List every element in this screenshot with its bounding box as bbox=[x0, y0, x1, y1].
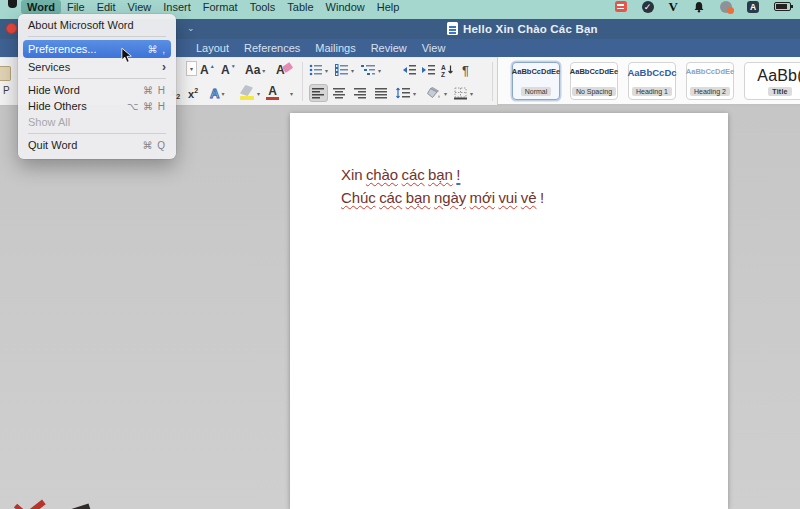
window-title: Hello Xin Chào Các Bạn bbox=[463, 23, 598, 35]
font-color-caret[interactable]: ▾ bbox=[290, 84, 293, 102]
font-size-dropdown[interactable]: ▾ bbox=[186, 61, 197, 76]
input-source-a-icon[interactable]: A bbox=[747, 1, 759, 13]
word-document-icon bbox=[447, 22, 458, 35]
clear-formatting-button[interactable]: A bbox=[276, 61, 292, 79]
ribbon-tab[interactable]: Mailings bbox=[315, 42, 355, 54]
shrink-font-button[interactable]: A▼ bbox=[221, 61, 236, 79]
ribbon-tab[interactable]: References bbox=[244, 42, 300, 54]
font-color-button[interactable]: A bbox=[266, 84, 279, 102]
app-menu-item[interactable]: Hide Word ⌘ H bbox=[18, 82, 176, 98]
word: ngày bbox=[434, 189, 466, 206]
menu-item[interactable]: Format bbox=[197, 0, 244, 14]
menu-item[interactable]: View bbox=[122, 0, 158, 14]
styles-gallery: AaBbCcDdEe Normal AaBbCcDdEe No Spacing … bbox=[497, 57, 800, 105]
ribbon-tab[interactable]: Review bbox=[371, 42, 407, 54]
watermark-shape bbox=[26, 499, 45, 509]
style-card[interactable]: AaBbCcDc Heading 1 bbox=[628, 62, 676, 100]
app-menu-item[interactable]: Quit Word ⌘ Q bbox=[18, 137, 176, 153]
word: vui bbox=[498, 189, 517, 206]
change-case-button[interactable]: Aa▾ bbox=[245, 61, 265, 79]
word: chào bbox=[366, 166, 398, 183]
menu-item[interactable]: Edit bbox=[91, 0, 122, 14]
app-menu-item[interactable] bbox=[28, 78, 166, 79]
word: các bbox=[379, 189, 402, 206]
highlight-color-button[interactable]: ▾ bbox=[240, 84, 260, 102]
ribbon-tab[interactable]: View bbox=[422, 42, 446, 54]
ribbon-tabs: LayoutReferencesMailingsReviewView bbox=[196, 39, 445, 57]
style-sample: AaBbCcDdEe bbox=[570, 67, 618, 76]
sort-button[interactable]: AZ bbox=[441, 61, 455, 79]
menu-item[interactable]: Help bbox=[371, 0, 406, 14]
watermark-shape bbox=[71, 503, 90, 509]
app-menu-item[interactable] bbox=[28, 36, 166, 37]
multilevel-list-button[interactable]: ▾ bbox=[361, 61, 381, 79]
pilcrow-button[interactable]: ¶ bbox=[462, 61, 469, 79]
word: mới bbox=[470, 189, 495, 206]
justify-button[interactable] bbox=[372, 84, 391, 102]
style-card[interactable]: AaBbCcDdEe Normal bbox=[512, 62, 560, 100]
apple-logo-icon[interactable] bbox=[8, 0, 17, 8]
menu-item[interactable]: Word bbox=[21, 0, 61, 14]
bullet-list-button[interactable]: ▾ bbox=[309, 61, 328, 79]
word: bạn bbox=[406, 189, 431, 206]
style-label: Heading 2 bbox=[690, 87, 730, 96]
align-center-button[interactable] bbox=[330, 84, 349, 102]
svg-text:Z: Z bbox=[441, 71, 445, 78]
toolbar-divider bbox=[492, 62, 493, 101]
shading-button[interactable]: ▾ bbox=[426, 84, 447, 102]
bell-icon[interactable] bbox=[693, 1, 705, 13]
word-application-menu: About Microsoft Word Preferences... ⌘ , … bbox=[18, 14, 176, 159]
v-app-icon[interactable]: V bbox=[669, 0, 678, 15]
red-list-icon[interactable] bbox=[615, 1, 627, 12]
menu-item[interactable]: Tools bbox=[244, 0, 282, 14]
style-card[interactable]: AaBbCcDdEe No Spacing bbox=[570, 62, 618, 100]
menu-item[interactable]: Window bbox=[320, 0, 371, 14]
increase-indent-button[interactable] bbox=[421, 61, 436, 79]
close-window-button[interactable] bbox=[6, 23, 17, 34]
style-sample: AaBbCcDc bbox=[627, 67, 676, 78]
menu-bar-items: WordFileEditViewInsertFormatToolsTableWi… bbox=[21, 0, 405, 14]
style-card[interactable]: AaBbCcDdEe Heading 2 bbox=[686, 62, 734, 100]
align-right-button[interactable] bbox=[351, 84, 370, 102]
app-menu-item[interactable]: Show All bbox=[18, 114, 176, 130]
style-label: Heading 1 bbox=[632, 87, 672, 96]
borders-button[interactable]: ▾ bbox=[454, 84, 473, 102]
menu-item[interactable]: File bbox=[61, 0, 91, 14]
decrease-indent-button[interactable] bbox=[402, 61, 417, 79]
style-label: Title bbox=[768, 87, 791, 96]
menu-item[interactable]: Table bbox=[281, 0, 319, 14]
check-circle-icon[interactable]: ✓ bbox=[642, 1, 654, 13]
ribbon-tab[interactable]: Layout bbox=[196, 42, 229, 54]
style-card[interactable]: AaBb( Title bbox=[744, 62, 800, 100]
screen-record-icon[interactable] bbox=[720, 1, 732, 13]
line-spacing-button[interactable]: ▾ bbox=[395, 84, 416, 102]
menu-item[interactable]: Insert bbox=[157, 0, 197, 14]
word: các bbox=[402, 166, 425, 183]
paste-clipboard-icon[interactable] bbox=[0, 66, 11, 81]
word: Chúc bbox=[341, 189, 376, 206]
watermark-shape bbox=[14, 504, 26, 509]
style-sample: AaBb( bbox=[757, 67, 800, 85]
app-menu-item[interactable]: Preferences... ⌘ , bbox=[23, 40, 171, 58]
chevron-down-icon[interactable]: ⌄ bbox=[187, 23, 195, 33]
text-line-2: Chúccácbạnngàymớivuivẻ! bbox=[341, 186, 548, 209]
grow-font-button[interactable]: A▲ bbox=[200, 61, 215, 79]
app-menu-item[interactable]: Services › bbox=[18, 59, 176, 75]
align-left-button[interactable] bbox=[309, 84, 328, 102]
numbered-list-button[interactable]: ▾ bbox=[335, 61, 354, 79]
app-menu-item[interactable]: About Microsoft Word bbox=[18, 17, 176, 33]
svg-text:A: A bbox=[441, 64, 446, 71]
app-menu-item[interactable] bbox=[28, 133, 166, 134]
word: ! bbox=[456, 166, 460, 183]
paste-label-partial: P bbox=[3, 85, 10, 96]
toolbar-divider bbox=[302, 62, 303, 101]
document-workspace: Xinchàocácbạn! Chúccácbạnngàymớivuivẻ! bbox=[0, 106, 800, 509]
text-line-1: Xinchàocácbạn! bbox=[341, 163, 548, 186]
document-page[interactable]: Xinchàocácbạn! Chúccácbạnngàymớivuivẻ! bbox=[290, 113, 728, 509]
style-sample: AaBbCcDdEe bbox=[512, 67, 560, 76]
app-menu-item[interactable]: Hide Others ⌥ ⌘ H bbox=[18, 98, 176, 114]
style-label: No Spacing bbox=[572, 87, 616, 96]
superscript-button[interactable]: x2 bbox=[188, 84, 198, 102]
style-label: Normal bbox=[521, 87, 552, 96]
text-effects-button[interactable]: A▾ bbox=[210, 84, 224, 102]
